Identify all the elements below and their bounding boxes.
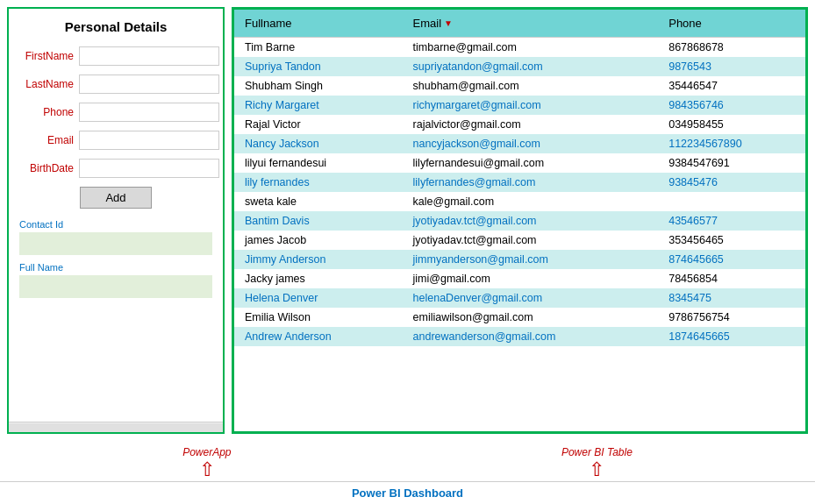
input-lastname[interactable] bbox=[79, 75, 219, 94]
cell-fullname: Emilia Wilson bbox=[234, 308, 403, 327]
footer: Power BI Dashboard bbox=[0, 481, 815, 504]
form-row-phone: Phone bbox=[19, 103, 212, 122]
add-button[interactable]: Add bbox=[80, 187, 151, 209]
cell-fullname: james Jacob bbox=[234, 231, 403, 250]
cell-email: timbarne@gmail.com bbox=[403, 38, 659, 58]
table-row[interactable]: Shubham Singhshubham@gmail.com35446547 bbox=[234, 76, 805, 96]
table-row[interactable]: Bantim Davisjyotiyadav.tct@gmail.com4354… bbox=[234, 211, 805, 231]
powerapp-label-group: PowerApp ⇧ bbox=[182, 446, 231, 479]
powerbi-arrow-icon: ⇧ bbox=[589, 460, 604, 479]
full-name-label: Full Name bbox=[19, 262, 212, 273]
cell-fullname: Jimmy Anderson bbox=[234, 250, 403, 269]
table-row[interactable]: lily fernandeslilyfernandes@gmail.com938… bbox=[234, 173, 805, 192]
cell-email: kale@gmail.com bbox=[403, 192, 659, 211]
content-row: Personal Details FirstNameLastNamePhoneE… bbox=[0, 0, 815, 441]
cell-phone: 9876543 bbox=[658, 57, 805, 76]
table-row[interactable]: Jimmy Andersonjimmyanderson@gmail.com874… bbox=[234, 250, 805, 269]
contact-id-field bbox=[19, 232, 212, 255]
table-row[interactable]: Tim Barnetimbarne@gmail.com867868678 bbox=[234, 38, 805, 58]
cell-email: jimmyanderson@gmail.com bbox=[403, 250, 659, 269]
left-panel: Personal Details FirstNameLastNamePhoneE… bbox=[7, 7, 225, 434]
label-lastname: LastName bbox=[19, 78, 79, 90]
cell-phone: 78456854 bbox=[658, 269, 805, 288]
table-body: Tim Barnetimbarne@gmail.com867868678Supr… bbox=[234, 38, 805, 347]
label-email: Email bbox=[19, 134, 79, 146]
cell-email: lilyfernandesui@gmail.com bbox=[403, 153, 659, 173]
input-firstname[interactable] bbox=[79, 46, 219, 66]
table-row[interactable]: Emilia Wilsonemiliawilson@gmail.com97867… bbox=[234, 308, 805, 327]
powerbi-label-group: Power BI Table ⇧ bbox=[561, 446, 633, 479]
main-container: Personal Details FirstNameLastNamePhoneE… bbox=[0, 0, 815, 504]
form-row-firstname: FirstName bbox=[19, 46, 212, 66]
panel-title: Personal Details bbox=[19, 19, 212, 34]
table-header: Fullname Email ▼ Phone bbox=[234, 10, 805, 38]
cell-phone: 9786756754 bbox=[658, 308, 805, 327]
cell-email: emiliawilson@gmail.com bbox=[403, 308, 659, 327]
cell-email: andrewanderson@gmail.com bbox=[403, 327, 659, 346]
cell-email: jyotiyadav.tct@gmail.com bbox=[403, 231, 659, 250]
form-row-birthdate: BirthDate bbox=[19, 159, 212, 178]
cell-phone: 874645665 bbox=[658, 250, 805, 269]
cell-fullname: Tim Barne bbox=[234, 38, 403, 58]
cell-fullname: Shubham Singh bbox=[234, 76, 403, 96]
cell-fullname: Rajal Victor bbox=[234, 115, 403, 134]
label-firstname: FirstName bbox=[19, 50, 79, 62]
cell-fullname: lilyui fernandesui bbox=[234, 153, 403, 173]
input-phone[interactable] bbox=[79, 103, 219, 122]
cell-fullname: Bantim Davis bbox=[234, 211, 403, 231]
table-row[interactable]: lilyui fernandesuililyfernandesui@gmail.… bbox=[234, 153, 805, 173]
full-name-field bbox=[19, 275, 212, 298]
powerapp-label: PowerApp bbox=[182, 446, 231, 458]
label-birthdate: BirthDate bbox=[19, 162, 79, 174]
cell-email: rajalvictor@gmail.com bbox=[403, 115, 659, 134]
input-birthdate[interactable] bbox=[79, 159, 219, 178]
cell-email: richymargaret@gmail.com bbox=[403, 96, 659, 115]
table-row[interactable]: Supriya Tandonsupriyatandon@gmail.com987… bbox=[234, 57, 805, 76]
bottom-labels: PowerApp ⇧ Power BI Table ⇧ bbox=[0, 441, 815, 481]
form-fields: FirstNameLastNamePhoneEmailBirthDate bbox=[19, 46, 212, 178]
powerbi-label: Power BI Table bbox=[561, 446, 633, 458]
table-container[interactable]: Fullname Email ▼ Phone Tim B bbox=[234, 10, 805, 431]
cell-fullname: Jacky james bbox=[234, 269, 403, 288]
cell-fullname: Andrew Anderson bbox=[234, 327, 403, 346]
cell-phone: 112234567890 bbox=[658, 134, 805, 153]
data-table: Fullname Email ▼ Phone Tim B bbox=[234, 10, 805, 346]
table-row[interactable]: Andrew Andersonandrewanderson@gmail.com1… bbox=[234, 327, 805, 346]
table-row[interactable]: sweta kalekale@gmail.com bbox=[234, 192, 805, 211]
cell-email: jimi@gmail.com bbox=[403, 269, 659, 288]
contact-id-label: Contact Id bbox=[19, 219, 212, 230]
cell-email: jyotiyadav.tct@gmail.com bbox=[403, 211, 659, 231]
cell-phone: 1874645665 bbox=[658, 327, 805, 346]
cell-email: shubham@gmail.com bbox=[403, 76, 659, 96]
table-row[interactable]: Richy Margaretrichymargaret@gmail.com984… bbox=[234, 96, 805, 115]
form-row-email: Email bbox=[19, 131, 212, 150]
table-row[interactable]: Nancy Jacksonnancyjackson@gmail.com11223… bbox=[234, 134, 805, 153]
cell-phone: 353456465 bbox=[658, 231, 805, 250]
cell-phone: 9384547691 bbox=[658, 153, 805, 173]
table-row[interactable]: Rajal Victorrajalvictor@gmail.com0349584… bbox=[234, 115, 805, 134]
sort-arrow-icon: ▼ bbox=[444, 18, 453, 28]
cell-email: supriyatandon@gmail.com bbox=[403, 57, 659, 76]
footer-title: Power BI Dashboard bbox=[352, 486, 463, 500]
label-phone: Phone bbox=[19, 106, 79, 118]
cell-phone: 93845476 bbox=[658, 173, 805, 192]
input-email[interactable] bbox=[79, 131, 219, 150]
cell-fullname: Supriya Tandon bbox=[234, 57, 403, 76]
form-row-lastname: LastName bbox=[19, 75, 212, 94]
table-row[interactable]: Jacky jamesjimi@gmail.com78456854 bbox=[234, 269, 805, 288]
cell-phone bbox=[658, 192, 805, 211]
cell-email: lilyfernandes@gmail.com bbox=[403, 173, 659, 192]
horizontal-scrollbar[interactable] bbox=[9, 422, 223, 432]
cell-fullname: Helena Denver bbox=[234, 288, 403, 308]
table-row[interactable]: Helena DenverhelenaDenver@gmail.com83454… bbox=[234, 288, 805, 308]
powerapp-arrow-icon: ⇧ bbox=[199, 460, 215, 479]
cell-fullname: lily fernandes bbox=[234, 173, 403, 192]
cell-phone: 8345475 bbox=[658, 288, 805, 308]
left-panel-inner: Personal Details FirstNameLastNamePhoneE… bbox=[9, 9, 223, 422]
contact-section: Contact Id Full Name bbox=[19, 219, 212, 298]
cell-phone: 034958455 bbox=[658, 115, 805, 134]
cell-fullname: Richy Margaret bbox=[234, 96, 403, 115]
table-row[interactable]: james Jacobjyotiyadav.tct@gmail.com35345… bbox=[234, 231, 805, 250]
cell-email: helenaDenver@gmail.com bbox=[403, 288, 659, 308]
cell-email: nancyjackson@gmail.com bbox=[403, 134, 659, 153]
